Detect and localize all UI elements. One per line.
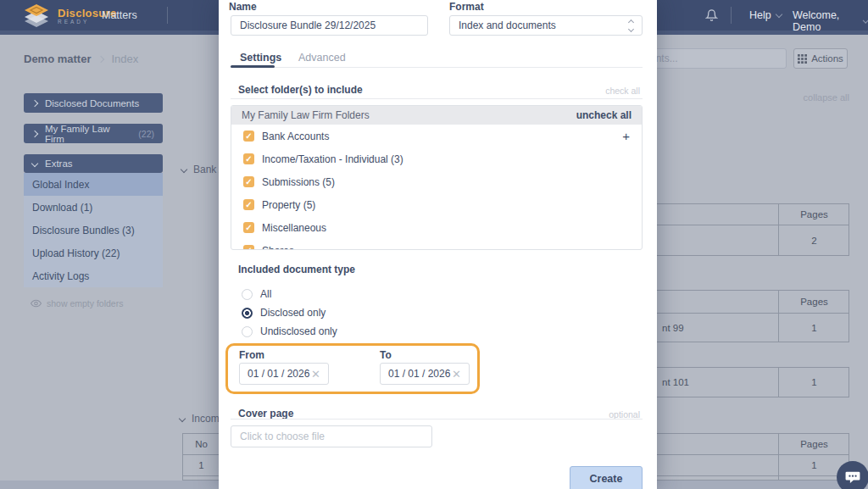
sidebar-extras-list: Global Index Download (1) Disclosure Bun… [24, 173, 163, 287]
pages-cell: 1 [779, 368, 849, 397]
chevron-down-icon [862, 17, 868, 24]
document-name-fragment: nt 99 [662, 314, 684, 342]
chat-bubble-icon [845, 470, 860, 484]
checkbox-checked-icon[interactable]: ✓ [243, 131, 254, 142]
format-select[interactable]: Index and documents [449, 15, 643, 36]
radio-unselected-icon [242, 289, 253, 300]
create-disclosure-bundle-modal: Name Disclosure Bundle 29/12/2025 Format… [219, 0, 657, 489]
income-table-left: No 1 [182, 433, 220, 481]
sidebar-item-disclosure-bundles[interactable]: Disclosure Bundles (3) [24, 219, 163, 242]
breadcrumb-parent[interactable]: Demo matter [24, 53, 91, 65]
bell-icon [705, 8, 718, 22]
bundle-name-input[interactable]: Disclosure Bundle 29/12/2025 [231, 15, 428, 36]
income-table-right: Pages 1 [657, 433, 849, 481]
folder-row-submissions: ✓ Submissions (5) [231, 170, 642, 193]
folder-label: Bank Accounts [262, 131, 329, 142]
chevron-down-icon [31, 160, 38, 167]
checkbox-checked-icon[interactable]: ✓ [243, 153, 254, 164]
breadcrumb-chevron-icon [97, 55, 104, 62]
format-label: Format [449, 1, 484, 13]
tab-settings[interactable]: Settings [240, 52, 281, 64]
folder-panel-title: My Family Law Firm Folders [242, 109, 370, 121]
sidebar-group-extras[interactable]: Extras [24, 154, 163, 173]
brand-logo-icon [22, 3, 51, 29]
create-button[interactable]: Create [570, 466, 643, 489]
cover-page-title: Cover page [238, 408, 293, 420]
sidebar-item-download[interactable]: Download (1) [24, 196, 163, 219]
show-empty-folders-label: show empty folders [47, 298, 123, 308]
actions-label: Actions [811, 53, 843, 64]
chevron-down-icon [775, 11, 782, 18]
sidebar-item-activity-logs[interactable]: Activity Logs [24, 264, 163, 287]
folder-row-shares: ✓ Shares [231, 239, 642, 250]
tab-advanced[interactable]: Advanced [298, 52, 346, 64]
show-empty-folders-toggle[interactable]: show empty folders [31, 298, 123, 308]
clear-date-icon[interactable]: ✕ [311, 369, 320, 380]
clear-date-icon[interactable]: ✕ [452, 369, 461, 380]
checkbox-checked-icon[interactable]: ✓ [243, 176, 254, 187]
eye-icon [31, 299, 42, 308]
included-document-type-title: Included document type [238, 264, 355, 275]
file-input-placeholder: Click to choose file [240, 431, 325, 442]
check-all-link[interactable]: check all [605, 86, 640, 96]
documents-table: Pages nt 99 1 [657, 290, 849, 342]
folder-label: Miscellaneous [262, 222, 326, 234]
checkbox-checked-icon[interactable]: ✓ [243, 222, 254, 233]
folder-row-bank-accounts: ✓ Bank Accounts + [231, 125, 642, 147]
chat-widget-button[interactable] [837, 461, 868, 489]
actions-button[interactable]: Actions [793, 48, 848, 69]
sidebar-group-label: Disclosed Documents [45, 98, 139, 108]
nav-item-help[interactable]: Help [749, 9, 782, 21]
radio-all[interactable]: All [242, 287, 271, 301]
uncheck-all-link[interactable]: uncheck all [576, 109, 632, 121]
checkbox-checked-icon[interactable]: ✓ [243, 199, 254, 210]
name-label: Name [229, 1, 257, 13]
radio-undisclosed-only[interactable]: Undisclosed only [242, 325, 337, 338]
sidebar-group-my-family-law-firm[interactable]: My Family Law Firm (22) [24, 124, 163, 143]
tabs-divider [231, 67, 643, 68]
from-date-input[interactable]: 01 / 01 / 2026 ✕ [239, 363, 329, 385]
documents-table-row: nt 101 1 [657, 367, 849, 397]
notifications-button[interactable] [705, 8, 718, 25]
pages-cell: 1 [779, 314, 849, 342]
to-label: To [380, 349, 392, 361]
bank-accounts-table: Pages 2 [657, 203, 849, 256]
nav-item-account[interactable]: Welcome, Demo [793, 9, 868, 33]
pages-cell: 2 [779, 225, 849, 256]
sidebar-group-label: Extras [45, 158, 73, 169]
checkbox-checked-icon[interactable]: ✓ [243, 245, 254, 250]
folder-selection-panel: My Family Law Firm Folders uncheck all ✓… [231, 105, 643, 250]
section-divider [231, 419, 643, 420]
nav-separator [167, 7, 168, 24]
radio-label: All [260, 288, 271, 300]
welcome-label: Welcome, Demo [793, 9, 859, 33]
radio-selected-icon [242, 308, 253, 319]
folder-row-income-taxation: ✓ Income/Taxation - Individual (3) [231, 147, 642, 170]
table-divider [657, 475, 849, 476]
app-screen: Disclosure READY Matters Help Welcome, D… [0, 0, 868, 489]
cover-page-file-input[interactable]: Click to choose file [231, 425, 432, 447]
grid-icon [798, 54, 807, 64]
folder-label: Submissions (5) [262, 176, 335, 188]
nav-item-matters[interactable]: Matters [102, 9, 137, 21]
bundle-name-value: Disclosure Bundle 29/12/2025 [240, 19, 376, 31]
help-label: Help [749, 9, 771, 21]
chevron-down-icon [179, 415, 186, 422]
to-date-value: 01 / 01 / 2026 [388, 368, 450, 380]
to-date-input[interactable]: 01 / 01 / 2026 ✕ [380, 363, 470, 385]
pages-column-header: Pages [779, 434, 849, 454]
add-subfolder-icon[interactable]: + [622, 130, 630, 142]
folder-panel-header: My Family Law Firm Folders uncheck all [231, 106, 642, 125]
sidebar-item-global-index[interactable]: Global Index [24, 173, 163, 196]
collapse-all-link[interactable]: collapse all [804, 92, 849, 103]
radio-label: Undisclosed only [260, 325, 337, 337]
sidebar-group-count: (22) [138, 129, 154, 139]
radio-disclosed-only[interactable]: Disclosed only [242, 306, 326, 320]
sidebar-item-upload-history[interactable]: Upload History (22) [24, 242, 163, 264]
from-label: From [239, 349, 264, 361]
folder-label: Shares [262, 245, 294, 251]
pages-column-header: Pages [779, 204, 849, 225]
create-button-label: Create [590, 473, 623, 485]
sidebar-group-disclosed-documents[interactable]: Disclosed Documents [24, 93, 163, 113]
nav-separator-2 [731, 7, 732, 24]
